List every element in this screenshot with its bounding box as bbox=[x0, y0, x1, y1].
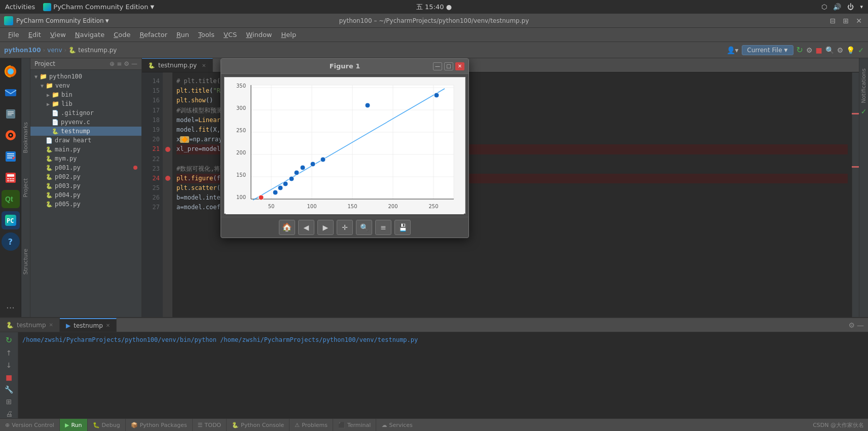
run-panel-settings[interactable]: ⚙ bbox=[848, 321, 855, 329]
tree-bin[interactable]: ▶ 📁 bin bbox=[30, 90, 141, 99]
settings-gear-btn[interactable]: ⚙ bbox=[837, 46, 844, 54]
window-btn-close[interactable]: ✕ bbox=[854, 17, 864, 25]
media-icon[interactable] bbox=[2, 126, 20, 144]
notifications-side-label[interactable]: Notifications bbox=[860, 68, 867, 103]
firefox-icon[interactable] bbox=[2, 62, 20, 81]
run-wrench-btn[interactable]: 🔧 bbox=[4, 384, 14, 395]
run-arrow-up[interactable]: ↑ bbox=[5, 348, 13, 358]
run-filter-btn[interactable]: ⊞ bbox=[5, 397, 13, 407]
help-icon[interactable]: ? bbox=[2, 232, 20, 251]
tree-p003-py[interactable]: ▶ 🐍 p003.py bbox=[30, 181, 141, 190]
fig-tool-back[interactable]: ◀ bbox=[298, 220, 314, 235]
fig-tool-zoom[interactable]: 🔍 bbox=[356, 220, 372, 235]
run-print-btn[interactable]: 🖨 bbox=[5, 409, 14, 418]
menu-code[interactable]: Code bbox=[110, 30, 134, 40]
dots-more[interactable]: ··· bbox=[6, 302, 15, 313]
fig-tool-move[interactable]: ✛ bbox=[337, 220, 353, 235]
rerun-run-btn[interactable]: ↻ bbox=[5, 334, 13, 346]
run-arrow-down[interactable]: ↓ bbox=[5, 360, 13, 370]
current-file-btn[interactable]: Current File ▼ bbox=[742, 45, 793, 55]
menu-window[interactable]: Window bbox=[242, 30, 276, 40]
fig-tool-forward[interactable]: ▶ bbox=[317, 220, 334, 235]
qt-icon[interactable]: Qt bbox=[2, 190, 20, 208]
fig-tool-home[interactable]: 🏠 bbox=[279, 220, 295, 235]
menu-vcs[interactable]: VCS bbox=[220, 30, 241, 40]
tree-p004-py[interactable]: ▶ 🐍 p004.py bbox=[30, 190, 141, 200]
figure-btn-restore[interactable]: □ bbox=[444, 62, 453, 70]
network-icon[interactable]: ⬡ bbox=[821, 3, 827, 11]
project-toolbar-icon4[interactable]: — bbox=[131, 60, 137, 67]
window-btn-restore[interactable]: ⊟ bbox=[828, 17, 838, 25]
figure-btn-close[interactable]: ✕ bbox=[455, 62, 464, 70]
status-todo[interactable]: ☰ TODO bbox=[193, 419, 227, 431]
menu-edit[interactable]: Edit bbox=[24, 30, 45, 40]
editor-tab-testnump-py[interactable]: 🐍 testnump.py ✕ bbox=[142, 58, 213, 72]
menu-view[interactable]: View bbox=[46, 30, 70, 40]
run-coverage-btn[interactable]: ⚙ bbox=[806, 46, 813, 54]
run-tab-testnump-1[interactable]: 🐍 testnump ✕ bbox=[0, 318, 60, 332]
rerun-btn[interactable]: ↻ bbox=[797, 45, 803, 55]
volume-icon[interactable]: 🔊 bbox=[833, 3, 841, 11]
status-debug[interactable]: 🐛 Debug bbox=[88, 419, 126, 431]
status-problems[interactable]: ⚠ Problems bbox=[290, 419, 333, 431]
menu-help[interactable]: Help bbox=[277, 30, 301, 40]
power-icon[interactable]: ⏻ bbox=[847, 3, 854, 11]
status-python-packages[interactable]: 📦 Python Packages bbox=[126, 419, 193, 431]
search-everywhere-btn[interactable]: 🔍 bbox=[825, 46, 834, 54]
menu-file[interactable]: File bbox=[4, 30, 23, 40]
structure-side-label[interactable]: Structure bbox=[22, 247, 29, 277]
tree-p005-py[interactable]: ▶ 🐍 p005.py bbox=[30, 200, 141, 209]
status-version-control[interactable]: ⊕ Version Control bbox=[0, 419, 60, 431]
breadcrumb-venv[interactable]: venv bbox=[47, 47, 62, 54]
menu-tools[interactable]: Tools bbox=[194, 30, 219, 40]
tree-venv[interactable]: ▼ 📁 venv bbox=[30, 81, 141, 90]
run-stop-btn[interactable]: ■ bbox=[5, 372, 13, 382]
breakpoint-24[interactable] bbox=[163, 174, 172, 183]
pycharm-sidebar-icon[interactable]: PC bbox=[2, 211, 20, 229]
status-services[interactable]: ☁ Services bbox=[376, 419, 417, 431]
tree-p001-py[interactable]: ▶ 🐍 p001.py bbox=[30, 163, 141, 172]
project-toolbar-icon2[interactable]: ≡ bbox=[117, 60, 122, 67]
tree-testnump[interactable]: ▶ 🐍 testnump bbox=[30, 127, 141, 136]
bookmarks-side-label[interactable]: Bookmarks bbox=[22, 120, 29, 155]
menu-refactor[interactable]: Refactor bbox=[135, 30, 171, 40]
files-icon[interactable] bbox=[2, 105, 20, 123]
fig-tool-save[interactable]: 💾 bbox=[394, 220, 411, 235]
writer-icon[interactable] bbox=[2, 147, 20, 166]
project-toolbar-icon1[interactable]: ⊕ bbox=[110, 60, 115, 67]
tree-main-py[interactable]: ▶ 🐍 main.py bbox=[30, 145, 141, 154]
console-icon: 🐍 bbox=[232, 422, 239, 428]
menu-run[interactable]: Run bbox=[172, 30, 193, 40]
run-tab-close-2[interactable]: ✕ bbox=[106, 323, 110, 328]
run-tab-close-1[interactable]: ✕ bbox=[49, 322, 53, 328]
calc-icon[interactable] bbox=[2, 169, 20, 187]
menu-navigate[interactable]: Navigate bbox=[71, 30, 108, 40]
mail-icon[interactable] bbox=[2, 84, 20, 102]
status-python-console[interactable]: 🐍 Python Console bbox=[227, 419, 290, 431]
tree-root[interactable]: ▼ 📁 python100 bbox=[30, 72, 141, 81]
project-panel-header: Project ⊕ ≡ ⚙ — bbox=[30, 58, 141, 70]
tab-close-1[interactable]: ✕ bbox=[202, 63, 206, 68]
breakpoint-21[interactable] bbox=[163, 144, 172, 154]
tree-draw-heart[interactable]: ▶ 📄 draw heart bbox=[30, 136, 141, 145]
tree-pyvenv[interactable]: ▶ 📄 pyvenv.c bbox=[30, 117, 141, 127]
breadcrumb-root[interactable]: python100 bbox=[4, 47, 41, 54]
tree-mym-py[interactable]: ▶ 🐍 mym.py bbox=[30, 154, 141, 163]
tree-lib[interactable]: ▶ 📁 lib bbox=[30, 99, 141, 108]
status-run-tab[interactable]: ▶ Run bbox=[60, 419, 88, 431]
run-tab-testnump-2[interactable]: ▶ testnump ✕ bbox=[60, 318, 117, 332]
project-side-label[interactable]: Project bbox=[22, 176, 29, 200]
activities-label[interactable]: Activities bbox=[5, 3, 35, 11]
tree-gitignore[interactable]: ▶ 📄 .gitignor bbox=[30, 108, 141, 117]
notifications-btn[interactable]: 💡 bbox=[846, 46, 855, 54]
settings-icon[interactable]: ▾ bbox=[860, 4, 863, 10]
status-terminal[interactable]: ⬛ Terminal bbox=[333, 419, 377, 431]
figure-btn-minimize[interactable]: — bbox=[433, 62, 442, 70]
avatar-icon[interactable]: 👤▾ bbox=[727, 46, 739, 54]
project-toolbar-icon3[interactable]: ⚙ bbox=[124, 60, 129, 67]
tree-p002-py[interactable]: ▶ 🐍 p002.py bbox=[30, 172, 141, 181]
fig-tool-config[interactable]: ≡ bbox=[375, 220, 391, 235]
run-panel-hide[interactable]: — bbox=[857, 321, 864, 329]
window-btn-max[interactable]: ⊞ bbox=[841, 17, 851, 25]
stop-btn[interactable]: ■ bbox=[815, 46, 822, 54]
